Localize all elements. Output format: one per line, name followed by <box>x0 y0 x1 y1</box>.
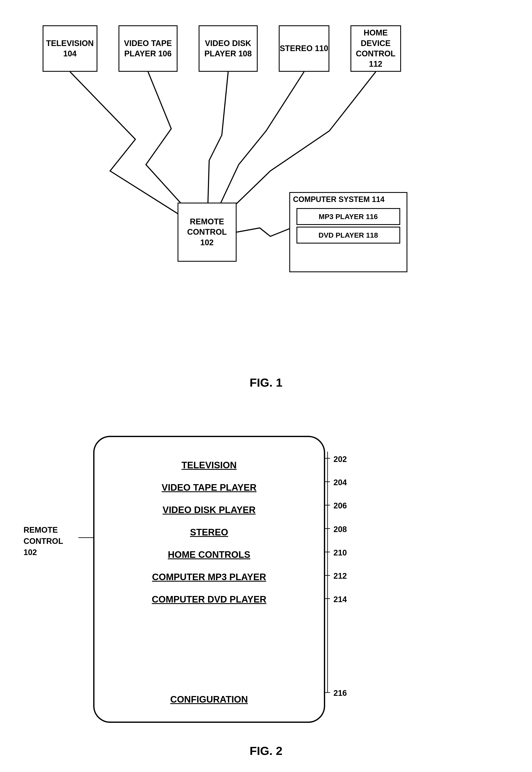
tick-202 <box>324 458 330 459</box>
fig2-wrapper: REMOTE CONTROL 102 TELEVISION VIDEO TAPE… <box>17 406 515 758</box>
hdc-label: HOME DEVICE CONTROL 112 <box>356 28 396 69</box>
ref-vertical-line <box>327 452 328 692</box>
television-label: TELEVISION 104 <box>46 38 94 59</box>
ref-202: 202 <box>334 455 347 464</box>
ref-206: 206 <box>334 501 347 510</box>
ref-212: 212 <box>334 571 347 581</box>
box-television: TELEVISION 104 <box>43 25 97 72</box>
stereo-label: STEREO 110 <box>280 43 328 54</box>
menu-item-stereo[interactable]: STEREO <box>190 527 228 537</box>
box-vdp: VIDEO DISK PLAYER 108 <box>199 25 258 72</box>
menu-item-mp3[interactable]: COMPUTER MP3 PLAYER <box>152 572 266 582</box>
box-hdc: HOME DEVICE CONTROL 112 <box>350 25 401 72</box>
computer-system-label: COMPUTER SYSTEM 114 <box>290 193 407 206</box>
fig2-container: REMOTE CONTROL 102 TELEVISION VIDEO TAPE… <box>17 406 515 765</box>
menu-item-home-controls[interactable]: HOME CONTROLS <box>168 549 250 560</box>
tick-214 <box>324 598 330 599</box>
fig2-remote-label: REMOTE CONTROL 102 <box>24 524 63 558</box>
tick-210 <box>324 552 330 552</box>
tick-216 <box>324 692 330 693</box>
box-computer-system: COMPUTER SYSTEM 114 MP3 PLAYER 116 DVD P… <box>289 192 407 272</box>
fig2-screen: TELEVISION VIDEO TAPE PLAYER VIDEO DISK … <box>93 436 325 723</box>
ref-208: 208 <box>334 525 347 534</box>
ref-204: 204 <box>334 478 347 487</box>
vtp-label: VIDEO TAPE PLAYER 106 <box>124 38 172 59</box>
box-remote: REMOTE CONTROL 102 <box>178 203 237 262</box>
tick-204 <box>324 481 330 482</box>
menu-item-configuration[interactable]: CONFIGURATION <box>170 694 248 705</box>
tick-212 <box>324 575 330 576</box>
menu-item-dvd[interactable]: COMPUTER DVD PLAYER <box>152 594 267 605</box>
vdp-label: VIDEO DISK PLAYER 108 <box>204 38 252 59</box>
fig1-diagram: TELEVISION 104 VIDEO TAPE PLAYER 106 VID… <box>17 13 515 371</box>
box-stereo: STEREO 110 <box>279 25 329 72</box>
tick-208 <box>324 528 330 529</box>
tick-206 <box>324 505 330 505</box>
menu-item-vtp[interactable]: VIDEO TAPE PLAYER <box>162 482 257 493</box>
menu-item-television[interactable]: TELEVISION <box>182 460 237 470</box>
box-mp3: MP3 PLAYER 116 <box>296 208 400 225</box>
page: TELEVISION 104 VIDEO TAPE PLAYER 106 VID… <box>0 0 532 772</box>
fig1-label: FIG. 1 <box>17 376 515 389</box>
menu-item-vdp[interactable]: VIDEO DISK PLAYER <box>163 505 256 515</box>
ref-210: 210 <box>334 548 347 557</box>
box-dvd: DVD PLAYER 118 <box>296 227 400 244</box>
ref-214: 214 <box>334 595 347 604</box>
box-vtp: VIDEO TAPE PLAYER 106 <box>119 25 178 72</box>
fig1-title-text: FIG. 1 <box>250 376 283 389</box>
remote-label: REMOTE CONTROL 102 <box>187 217 227 248</box>
ref-216: 216 <box>334 689 347 698</box>
